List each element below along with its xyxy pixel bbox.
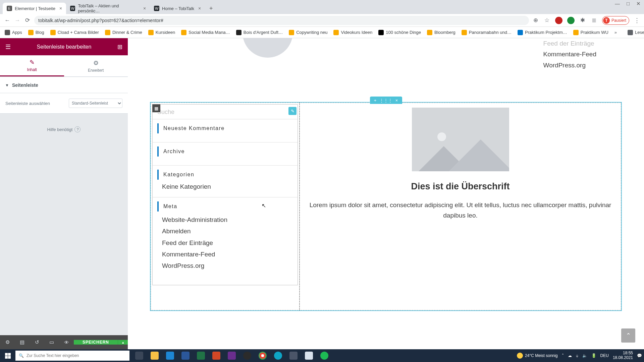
extension-icon[interactable] (567, 17, 575, 24)
sidebar-link[interactable]: Feed der Einträge (543, 38, 596, 49)
sidebar-widget[interactable]: Suche Neueste Kommentare Archive Kategor… (152, 104, 298, 285)
editor-canvas[interactable]: Feed der Einträge Kommentare-Feed WordPr… (128, 38, 644, 349)
add-section-icon[interactable]: + (370, 97, 381, 104)
window-minimize[interactable]: — (615, 1, 620, 7)
taskbar-search[interactable]: 🔍 Zur Suche Text hier eingeben (15, 351, 129, 361)
elementor-section[interactable]: + ⋮⋮⋮ × ▦ ✎ Suche Neueste Kommentare Arc… (150, 102, 622, 311)
edge-icon[interactable] (270, 349, 286, 362)
history-icon[interactable]: ↺ (30, 339, 44, 345)
help-link[interactable]: Hilfe benötigt ? (0, 114, 128, 145)
settings-icon[interactable]: ⚙ (0, 339, 15, 345)
meta-link[interactable]: Abmelden (157, 226, 293, 237)
extension-icon[interactable] (555, 17, 562, 24)
bookmark-item[interactable]: Blog (28, 30, 44, 35)
caret-down-icon: ▾ (6, 83, 8, 87)
widget-heading: Neueste Kommentare (157, 123, 293, 133)
section-header[interactable]: ▾ Seitenleiste (0, 77, 128, 93)
close-icon[interactable]: × (59, 6, 62, 11)
close-icon[interactable]: × (198, 6, 201, 11)
bookmark-item[interactable]: Praktikum Projektm… (518, 30, 567, 35)
zoom-icon[interactable]: ⊕ (532, 17, 539, 24)
mail-icon[interactable] (162, 349, 178, 362)
excel-icon[interactable] (193, 349, 209, 362)
url-input[interactable]: tobitalk.at/wp-admin/post.php?post=627&a… (34, 16, 529, 25)
bookmark-item[interactable]: Videokurs Ideen (333, 30, 372, 35)
bookmark-item[interactable]: Bois d'Argent Duft… (236, 30, 283, 35)
chrome-menu-icon[interactable]: ⋮ (634, 17, 640, 24)
spotify-icon[interactable] (317, 349, 332, 362)
scroll-top-button[interactable]: ⌃ (621, 328, 635, 343)
bookmark-item[interactable]: Dinner & Crime (105, 30, 142, 35)
search-input[interactable]: Suche (153, 105, 298, 119)
bookmark-item[interactable]: Social Media Mana… (181, 30, 230, 35)
start-button[interactable] (0, 349, 15, 362)
bookmark-bar: Apps Blog Cload + Canva Bilder Dinner & … (0, 27, 644, 38)
notepad-icon[interactable] (301, 349, 317, 362)
back-button[interactable]: ← (4, 17, 11, 24)
new-tab-button[interactable]: + (206, 4, 216, 13)
bookmark-item[interactable]: Bloomberg (427, 30, 455, 35)
profile-badge[interactable]: T Pausiert (602, 16, 629, 25)
bookmark-item[interactable]: Kursideen (148, 30, 175, 35)
browser-tab[interactable]: W TobiTalk – Aktien und persönlic… × (66, 3, 150, 14)
meta-link[interactable]: Feed der Einträge (157, 237, 293, 249)
volume-icon[interactable]: 🔈 (582, 353, 587, 358)
star-icon[interactable]: ☆ (544, 17, 550, 24)
save-button[interactable]: SPEICHERN (74, 340, 118, 345)
readlist-icon[interactable]: ≣ (591, 17, 597, 24)
close-icon[interactable]: × (143, 6, 146, 11)
column-main[interactable]: Dies ist die Überschrift Lorem ipsum dol… (300, 103, 621, 310)
bookmark-item[interactable]: Apps (5, 30, 22, 35)
extensions-menu-icon[interactable]: ✱ (579, 17, 586, 24)
browser-tab[interactable]: W Home – TobiTalk × (150, 3, 205, 14)
sidebar-select[interactable]: Standard-Seitenleist (69, 99, 122, 108)
word-icon[interactable] (178, 349, 193, 362)
tray-chevron-icon[interactable]: ˄ (562, 353, 564, 358)
window-maximize[interactable]: □ (627, 1, 630, 7)
navigator-icon[interactable]: ▤ (15, 339, 30, 345)
column-handle-icon[interactable]: ▦ (152, 104, 160, 112)
tab-content[interactable]: ✎ Inhalt (0, 55, 64, 76)
obs-icon[interactable] (239, 349, 255, 362)
bookmark-item[interactable]: Copywriting neu (289, 30, 327, 35)
browser-tab[interactable]: E Elementor | Testseite × (3, 3, 66, 14)
taskview-icon[interactable] (131, 349, 147, 362)
meta-link[interactable]: Kommentare-Feed (157, 249, 293, 260)
forward-button[interactable]: → (14, 17, 21, 24)
notifications-icon[interactable]: 💬 (637, 353, 642, 358)
app-icon[interactable] (286, 349, 301, 362)
powerpoint-icon[interactable] (209, 349, 224, 362)
save-options-button[interactable]: ▴ (118, 340, 128, 345)
explorer-icon[interactable] (147, 349, 162, 362)
tab-advanced[interactable]: ⚙ Erweitert (64, 55, 128, 76)
edit-widget-icon[interactable]: ✎ (288, 107, 297, 115)
app-icon[interactable] (224, 349, 239, 362)
bookmark-item[interactable]: Praktikum WU (573, 30, 608, 35)
responsive-icon[interactable]: ▭ (44, 339, 59, 345)
menu-icon[interactable]: ☰ (5, 43, 11, 51)
meta-link[interactable]: WordPress.org (157, 260, 293, 272)
column-sidebar[interactable]: ▦ ✎ Suche Neueste Kommentare Archive Kat… (151, 103, 300, 310)
bookmark-item[interactable]: 100 schöne Dinge (378, 30, 421, 35)
preview-icon[interactable]: 👁 (59, 340, 74, 345)
language-indicator[interactable]: DEU (600, 353, 609, 358)
drag-section-icon[interactable]: ⋮⋮⋮ (381, 97, 391, 104)
weather-widget[interactable]: 24°C Meist sonnig (517, 353, 558, 359)
readinglist-button[interactable]: Leseliste (628, 30, 644, 35)
onedrive-icon[interactable]: ☁ (568, 353, 572, 358)
sidebar-link[interactable]: WordPress.org (543, 60, 596, 71)
folder-icon (28, 30, 34, 35)
meta-link[interactable]: Website-Administration (157, 214, 293, 226)
widget-grid-icon[interactable]: ⊞ (117, 43, 122, 51)
bookmark-item[interactable]: Cload + Canva Bilder (50, 30, 99, 35)
delete-section-icon[interactable]: × (391, 97, 402, 104)
reload-button[interactable]: ⟳ (24, 17, 31, 24)
bookmark-overflow[interactable]: » (614, 30, 617, 35)
window-close[interactable]: ✕ (636, 1, 641, 7)
clock[interactable]: 18:55 18.08.2021 (613, 351, 633, 360)
sidebar-link[interactable]: Kommentare-Feed (543, 49, 596, 60)
wifi-icon[interactable]: ⏚ (576, 353, 578, 358)
battery-icon[interactable]: 🔋 (591, 353, 596, 358)
bookmark-item[interactable]: Panoramabahn und… (462, 30, 512, 35)
chrome-icon[interactable] (255, 349, 270, 362)
